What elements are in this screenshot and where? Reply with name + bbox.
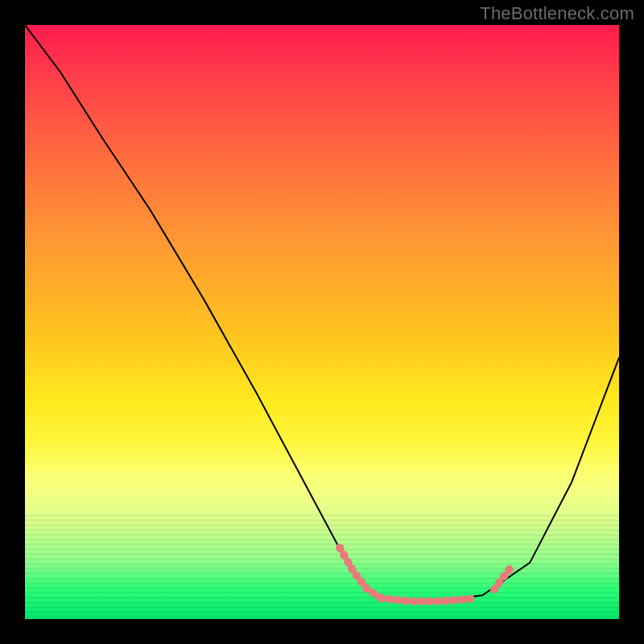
highlight-left-dip	[340, 547, 382, 598]
highlight-floor	[382, 598, 477, 601]
bottleneck-curve	[25, 25, 619, 601]
watermark-text: TheBottleneck.com	[480, 3, 634, 24]
chart-frame: TheBottleneck.com	[0, 0, 644, 644]
plot-area	[25, 25, 619, 619]
curve-svg	[25, 25, 619, 619]
